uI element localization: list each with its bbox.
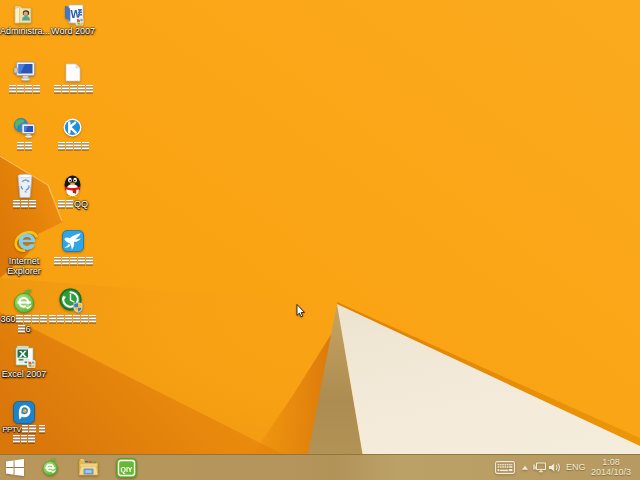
svg-text:QIY: QIY xyxy=(120,466,132,474)
